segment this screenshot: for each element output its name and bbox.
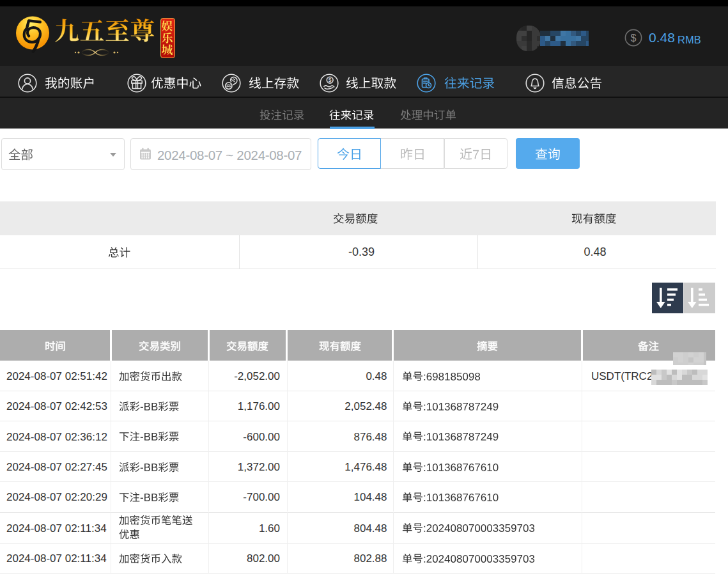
svg-text:$: $ [631,33,637,43]
svg-text:$: $ [329,77,332,83]
